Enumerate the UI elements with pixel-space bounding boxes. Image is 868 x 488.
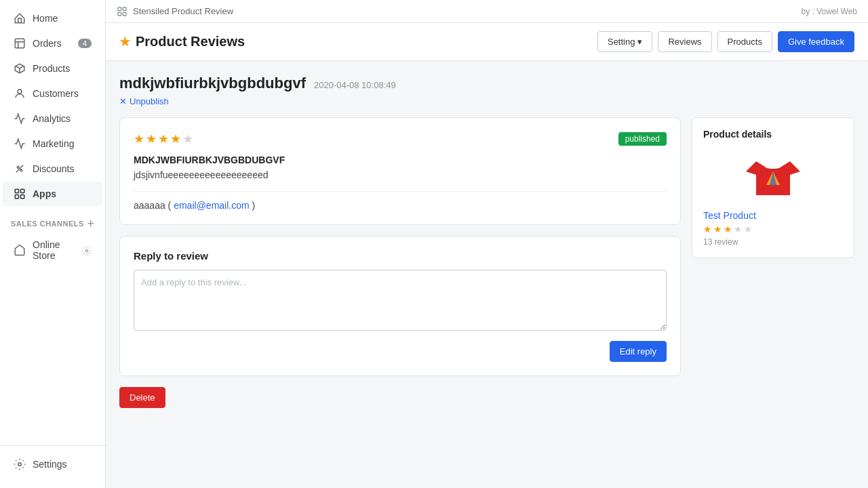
- sidebar-footer: Settings: [0, 445, 105, 488]
- home-icon: [14, 12, 26, 24]
- sidebar-item-settings[interactable]: Settings: [3, 452, 102, 476]
- svg-point-1: [18, 89, 22, 94]
- app-header-title: Stensiled Product Review: [133, 6, 796, 16]
- svg-point-2: [17, 166, 19, 168]
- settings-label: Settings: [33, 459, 67, 470]
- main-column: ★ ★ ★ ★ ★ published MDKJWBFIURBKJVBGBDUB…: [119, 117, 681, 408]
- sidebar-item-products[interactable]: Products: [3, 56, 102, 81]
- product-stars: ★ ★ ★ ★ ★: [703, 224, 843, 235]
- review-stars: ★ ★ ★ ★ ★: [134, 131, 193, 146]
- apps-icon: [14, 188, 26, 200]
- sidebar-marketing-label: Marketing: [33, 138, 74, 149]
- product-image: [746, 148, 800, 202]
- sidebar-nav: Home Orders 4 Products Customers: [0, 0, 105, 445]
- star-5: ★: [182, 131, 193, 146]
- sidebar-item-customers[interactable]: Customers: [3, 81, 102, 106]
- online-store-label: Online Store: [33, 239, 75, 261]
- page-header: ★ Product Reviews Setting ▾ Reviews Prod…: [106, 23, 868, 61]
- product-details-title: Product details: [703, 129, 843, 140]
- give-feedback-button[interactable]: Give feedback: [778, 31, 854, 52]
- svg-rect-0: [15, 39, 24, 48]
- products-icon: [14, 62, 26, 75]
- svg-rect-5: [15, 189, 18, 192]
- page-content: mdkjwbfiurbkjvbgbdubgvf 2020-04-08 10:08…: [106, 61, 868, 422]
- svg-point-3: [20, 169, 22, 171]
- sidebar-customers-label: Customers: [33, 88, 79, 99]
- main-content: Stensiled Product Review by : Vowel Web …: [106, 0, 868, 488]
- online-store-icon: [14, 244, 26, 256]
- title-star-icon: ★: [119, 35, 130, 49]
- sidebar-orders-label: Orders: [33, 38, 62, 49]
- reviewer-username: aaaaaa: [134, 200, 165, 211]
- svg-rect-6: [21, 189, 24, 192]
- content-layout: ★ ★ ★ ★ ★ published MDKJWBFIURBKJVBGBDUB…: [119, 117, 854, 408]
- product-details-card: Product details T: [692, 117, 854, 258]
- star-3: ★: [158, 131, 169, 146]
- sidebar-item-orders[interactable]: Orders 4: [3, 31, 102, 56]
- chevron-down-icon: ▾: [637, 37, 642, 47]
- svg-rect-13: [118, 13, 121, 16]
- svg-rect-8: [21, 195, 24, 199]
- edit-reply-button[interactable]: Edit reply: [610, 341, 667, 362]
- product-review-count: 13 review: [703, 237, 843, 247]
- review-card: ★ ★ ★ ★ ★ published MDKJWBFIURBKJVBGBDUB…: [119, 117, 681, 225]
- products-button[interactable]: Products: [717, 31, 772, 52]
- review-email: aaaaaa ( email@email.com ): [134, 191, 667, 211]
- reviewer-email-link[interactable]: email@email.com: [174, 200, 249, 211]
- settings-icon: [14, 458, 26, 470]
- svg-point-10: [18, 463, 22, 466]
- svg-point-9: [85, 249, 88, 252]
- customers-icon: [14, 87, 26, 100]
- page-header-actions: Setting ▾ Reviews Products Give feedback: [597, 31, 854, 52]
- sidebar-home-label: Home: [33, 13, 58, 24]
- sidebar-products-label: Products: [33, 63, 70, 74]
- orders-badge: 4: [78, 39, 92, 48]
- star-2: ★: [146, 131, 157, 146]
- product-name-link[interactable]: Test Product: [703, 210, 756, 221]
- app-header-icon: [117, 5, 127, 17]
- reply-card: Reply to review Edit reply: [119, 236, 681, 376]
- marketing-icon: [14, 138, 26, 150]
- svg-rect-7: [15, 195, 18, 199]
- side-column: Product details T: [692, 117, 854, 408]
- review-card-header: ★ ★ ★ ★ ★ published: [134, 131, 667, 146]
- sidebar-discounts-label: Discounts: [33, 163, 74, 174]
- unpublish-button[interactable]: ✕ Unpublish: [119, 96, 169, 106]
- sidebar-item-marketing[interactable]: Marketing: [3, 131, 102, 156]
- discounts-icon: [14, 163, 26, 175]
- published-badge: published: [618, 132, 667, 146]
- delete-row: Delete: [119, 387, 681, 408]
- star-4: ★: [170, 131, 181, 146]
- delete-button[interactable]: Delete: [119, 387, 165, 408]
- sidebar-apps-label: Apps: [33, 188, 56, 199]
- sales-channels-section: SALES CHANNELS +: [0, 207, 105, 232]
- page-title: ★ Product Reviews: [119, 34, 597, 49]
- reply-title: Reply to review: [134, 250, 667, 262]
- sidebar-item-home[interactable]: Home: [3, 6, 102, 30]
- product-image-container: [703, 148, 843, 202]
- sidebar-item-discounts[interactable]: Discounts: [3, 157, 102, 181]
- add-sales-channel-button[interactable]: +: [87, 218, 94, 230]
- sidebar-analytics-label: Analytics: [33, 113, 71, 124]
- reviewer-name: MDKJWBFIURBKJVBGBDUBGVF: [134, 155, 667, 165]
- sidebar: Home Orders 4 Products Customers: [0, 0, 106, 488]
- reviews-button[interactable]: Reviews: [658, 31, 711, 52]
- star-1: ★: [134, 131, 144, 146]
- app-header-by: by : Vowel Web: [802, 7, 858, 16]
- sidebar-item-analytics[interactable]: Analytics: [3, 106, 102, 131]
- setting-button[interactable]: Setting ▾: [597, 31, 652, 52]
- svg-rect-11: [118, 7, 121, 11]
- review-title: mdkjwbfiurbkjvbgbdubgvf: [119, 75, 306, 92]
- svg-rect-14: [123, 13, 126, 16]
- sidebar-item-apps[interactable]: Apps: [3, 182, 102, 206]
- svg-rect-12: [123, 7, 126, 11]
- review-heading: mdkjwbfiurbkjvbgbdubgvf 2020-04-08 10:08…: [119, 75, 854, 92]
- review-body: jdsjivnfueeeeeeeeeeeeeeeeeed: [134, 169, 667, 180]
- reply-textarea[interactable]: [134, 270, 667, 331]
- sidebar-item-online-store[interactable]: Online Store: [3, 233, 102, 267]
- orders-icon: [14, 37, 26, 49]
- reply-footer: Edit reply: [134, 341, 667, 362]
- app-header-bar: Stensiled Product Review by : Vowel Web: [106, 0, 868, 23]
- review-date: 2020-04-08 10:08:49: [314, 80, 396, 90]
- review-heading-area: mdkjwbfiurbkjvbgbdubgvf 2020-04-08 10:08…: [119, 75, 854, 106]
